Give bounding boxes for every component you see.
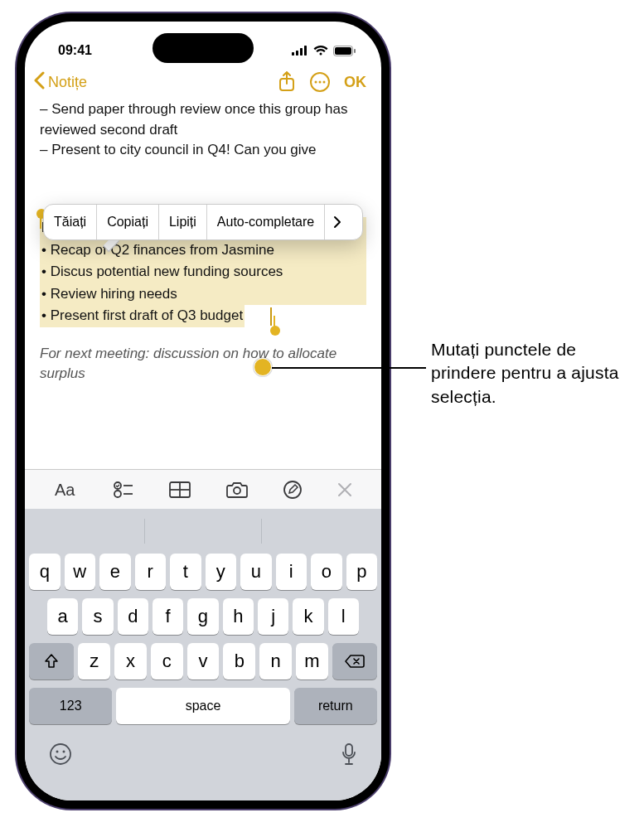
svg-text:Aa: Aa xyxy=(55,481,75,499)
callout-marker xyxy=(254,358,272,376)
text-cursor xyxy=(270,307,272,326)
key-d[interactable]: d xyxy=(118,598,148,635)
text-format-icon[interactable]: Aa xyxy=(55,481,78,499)
suggestion-bar xyxy=(29,515,377,549)
key-s[interactable]: s xyxy=(82,598,113,635)
svg-rect-5 xyxy=(335,47,351,55)
shift-key[interactable] xyxy=(29,643,74,679)
numbers-key[interactable]: 123 xyxy=(29,688,112,724)
key-q[interactable]: q xyxy=(29,554,61,590)
key-b[interactable]: b xyxy=(223,643,255,679)
return-key[interactable]: return xyxy=(294,688,377,724)
key-l[interactable]: l xyxy=(328,598,359,635)
selection-line: • Discus potential new funding sources xyxy=(40,261,366,283)
dictation-icon[interactable] xyxy=(341,742,357,769)
wifi-icon xyxy=(313,46,328,56)
note-line: – Send paper through review once this gr… xyxy=(40,99,366,140)
key-j[interactable]: j xyxy=(258,598,288,635)
keyboard-row: a s d f g h j k l xyxy=(29,598,377,635)
phone-frame: 09:41 Notițe xyxy=(17,13,390,809)
space-key[interactable]: space xyxy=(116,688,289,724)
keyboard-row: q w e r t y u i o p xyxy=(29,554,377,590)
backspace-key[interactable] xyxy=(332,643,377,679)
key-t[interactable]: t xyxy=(170,554,201,590)
callout-text: Mutați punctele de prindere pentru a aju… xyxy=(431,338,638,409)
table-icon[interactable] xyxy=(169,481,191,498)
callout-leader-line xyxy=(272,367,426,369)
autofill-menu-item[interactable]: Auto-completare xyxy=(207,205,325,239)
suggestion-slot[interactable] xyxy=(145,519,261,544)
svg-rect-6 xyxy=(354,49,356,53)
back-chevron-icon[interactable] xyxy=(33,71,45,93)
svg-rect-25 xyxy=(346,744,352,756)
key-o[interactable]: o xyxy=(311,554,342,590)
note-line: – Present to city council in Q4! Can you… xyxy=(40,140,366,161)
share-icon[interactable] xyxy=(278,71,296,93)
svg-point-11 xyxy=(323,81,326,84)
phone-screen: 09:41 Notițe xyxy=(25,22,381,800)
paste-menu-item[interactable]: Lipiți xyxy=(159,205,207,239)
dynamic-island xyxy=(153,33,254,63)
svg-point-24 xyxy=(63,751,65,753)
copy-menu-item[interactable]: Copiați xyxy=(97,205,159,239)
keyboard-row: z x c v b n m xyxy=(29,643,377,679)
cellular-signal-icon xyxy=(292,46,308,56)
key-p[interactable]: p xyxy=(346,554,378,590)
svg-point-23 xyxy=(56,751,59,753)
cut-menu-item[interactable]: Tăiați xyxy=(44,205,97,239)
svg-point-22 xyxy=(51,744,70,764)
key-i[interactable]: i xyxy=(276,554,307,590)
note-italic: For next meeting: discussion on how to a… xyxy=(40,344,366,384)
key-z[interactable]: z xyxy=(78,643,110,679)
svg-point-10 xyxy=(319,81,322,84)
svg-rect-2 xyxy=(300,48,303,56)
key-f[interactable]: f xyxy=(153,598,183,635)
suggestion-slot[interactable] xyxy=(29,519,145,544)
selection-line: • Recap of Q2 finances from Jasmine xyxy=(40,239,366,262)
selection-line: • Present first draft of Q3 budget xyxy=(40,305,245,327)
key-n[interactable]: n xyxy=(259,643,292,679)
selection-handle-end[interactable] xyxy=(270,326,280,336)
markup-icon[interactable] xyxy=(283,481,302,499)
selection-line: • Review hiring needs xyxy=(40,283,366,306)
status-time: 09:41 xyxy=(58,43,92,58)
key-k[interactable]: k xyxy=(293,598,323,635)
key-u[interactable]: u xyxy=(240,554,272,590)
note-content[interactable]: – Send paper through review once this gr… xyxy=(25,99,381,384)
svg-point-9 xyxy=(315,81,317,84)
menu-more-arrow-icon[interactable] xyxy=(325,205,350,239)
emoji-icon[interactable] xyxy=(49,742,72,769)
checklist-icon[interactable] xyxy=(114,481,133,499)
svg-point-20 xyxy=(234,487,240,494)
key-w[interactable]: w xyxy=(65,554,96,590)
key-g[interactable]: g xyxy=(187,598,218,635)
more-icon[interactable] xyxy=(309,71,331,93)
key-h[interactable]: h xyxy=(223,598,254,635)
back-button[interactable]: Notițe xyxy=(46,74,264,91)
keyboard-bottom xyxy=(29,733,377,769)
battery-icon xyxy=(333,46,356,56)
close-toolbar-icon[interactable] xyxy=(337,482,352,497)
key-v[interactable]: v xyxy=(187,643,220,679)
keyboard: q w e r t y u i o p a s d f g h j k l xyxy=(25,509,381,800)
nav-bar: Notițe OK xyxy=(25,63,381,99)
key-y[interactable]: y xyxy=(206,554,237,590)
key-m[interactable]: m xyxy=(296,643,328,679)
svg-rect-1 xyxy=(296,51,298,56)
camera-icon[interactable] xyxy=(226,481,248,498)
svg-rect-3 xyxy=(304,46,307,56)
key-x[interactable]: x xyxy=(114,643,147,679)
key-r[interactable]: r xyxy=(135,554,167,590)
suggestion-slot[interactable] xyxy=(262,519,377,544)
svg-point-21 xyxy=(284,481,301,498)
edit-context-menu: Tăiați Copiați Lipiți Auto-completare xyxy=(43,204,363,240)
svg-point-15 xyxy=(114,491,121,497)
svg-rect-0 xyxy=(292,52,294,56)
key-e[interactable]: e xyxy=(99,554,131,590)
key-a[interactable]: a xyxy=(47,598,78,635)
done-button[interactable]: OK xyxy=(344,74,366,91)
key-c[interactable]: c xyxy=(151,643,183,679)
format-toolbar: Aa xyxy=(25,469,381,509)
keyboard-row: 123 space return xyxy=(29,688,377,724)
